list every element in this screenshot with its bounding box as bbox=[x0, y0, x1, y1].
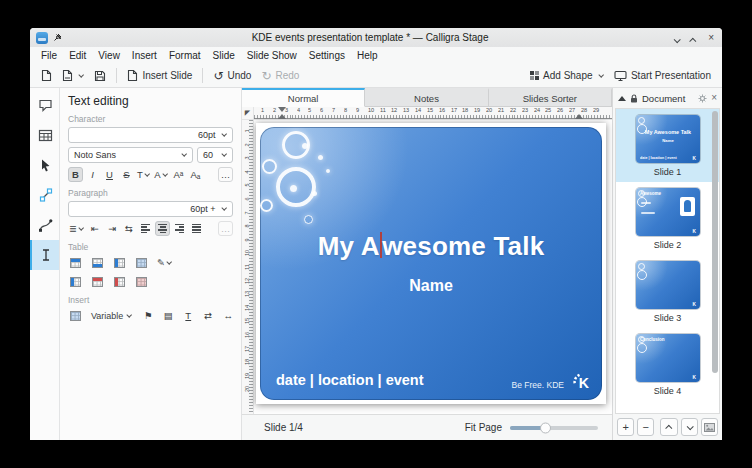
insert-special-character-button[interactable]: ⇄ bbox=[201, 308, 216, 323]
character-more-button[interactable]: … bbox=[218, 167, 233, 182]
menu-slide[interactable]: Slide bbox=[208, 49, 240, 62]
subscript-button[interactable]: Aₐ bbox=[188, 167, 203, 182]
open-dropdown-icon[interactable] bbox=[78, 72, 84, 78]
left-indent-marker[interactable] bbox=[278, 114, 286, 119]
insert-table-button[interactable] bbox=[68, 308, 83, 323]
insert-break-button[interactable]: ↔ bbox=[221, 308, 236, 323]
list-style-button[interactable]: ≣ bbox=[68, 221, 85, 236]
underline-button[interactable]: U bbox=[102, 167, 117, 182]
gear-icon[interactable] bbox=[698, 94, 707, 103]
insert-slide-button[interactable]: Insert Slide bbox=[122, 67, 197, 84]
move-slide-down-button[interactable] bbox=[681, 418, 698, 436]
paragraph-style-combobox[interactable]: 60pt + bbox=[68, 201, 233, 217]
indent-first-line-button[interactable]: ⇆ bbox=[121, 221, 136, 236]
h-ruler-number: 7 bbox=[332, 107, 335, 113]
indent-more-button[interactable]: ⇥ bbox=[104, 221, 119, 236]
move-slide-up-button[interactable] bbox=[660, 418, 677, 436]
slide-editor[interactable]: My Awesome Talk Name date | location | e… bbox=[260, 127, 602, 400]
delete-table-button[interactable] bbox=[134, 274, 149, 289]
pin-icon[interactable] bbox=[53, 33, 62, 42]
slide-subtitle-text[interactable]: Name bbox=[260, 277, 602, 295]
tab-normal[interactable]: Normal bbox=[242, 88, 365, 107]
menu-insert[interactable]: Insert bbox=[127, 49, 162, 62]
new-document-button[interactable] bbox=[36, 67, 57, 84]
menu-file[interactable]: File bbox=[36, 49, 62, 62]
slide-thumbnail-item-2[interactable]: Awesome K Slide 2 bbox=[616, 182, 719, 255]
lock-icon[interactable] bbox=[630, 94, 638, 103]
align-right-button[interactable] bbox=[172, 221, 187, 236]
delete-row-button[interactable] bbox=[90, 274, 105, 289]
merge-cells-button[interactable] bbox=[134, 255, 149, 270]
slide-canvas[interactable]: My Awesome Talk Name date | location | e… bbox=[254, 120, 612, 414]
add-shape-button[interactable]: Add Shape bbox=[525, 68, 609, 83]
right-indent-marker[interactable] bbox=[575, 114, 583, 119]
menu-settings[interactable]: Settings bbox=[304, 49, 350, 62]
tool-text-editing[interactable] bbox=[30, 240, 59, 270]
ruler-corner[interactable]: ◤ bbox=[242, 107, 254, 119]
insert-tab-button[interactable]: T bbox=[181, 308, 196, 323]
bubble-dot bbox=[326, 169, 330, 173]
tool-select[interactable] bbox=[30, 150, 59, 180]
superscript-button[interactable]: Aᵃ bbox=[171, 167, 186, 182]
slide-thumbnail-item-3[interactable]: K Slide 3 bbox=[616, 255, 719, 328]
font-family-combobox[interactable]: Noto Sans bbox=[68, 147, 193, 163]
split-cells-button[interactable] bbox=[68, 274, 83, 289]
minimize-button[interactable] bbox=[674, 29, 679, 47]
zoom-slider[interactable] bbox=[510, 426, 598, 430]
menu-slide-show[interactable]: Slide Show bbox=[242, 49, 302, 62]
insert-row-below-button[interactable] bbox=[90, 255, 105, 270]
character-style-combobox[interactable]: 60pt bbox=[68, 127, 233, 143]
tool-basic-shapes[interactable] bbox=[30, 90, 59, 120]
font-size-combobox[interactable]: 60 bbox=[197, 147, 233, 163]
start-presentation-button[interactable]: Start Presentation bbox=[609, 68, 716, 84]
slide-thumbnail-item-1[interactable]: My Awesome Talk Name date | location | e… bbox=[616, 109, 719, 182]
title-bar[interactable]: KDE events presentation template * — Cal… bbox=[30, 28, 722, 47]
undo-button[interactable]: ↺ Undo bbox=[208, 67, 256, 85]
tool-table[interactable] bbox=[30, 120, 59, 150]
insert-row-above-button[interactable] bbox=[68, 255, 83, 270]
menu-view[interactable]: View bbox=[93, 49, 125, 62]
tool-connector[interactable] bbox=[30, 180, 59, 210]
slide-title-text[interactable]: My Awesome Talk bbox=[260, 231, 602, 262]
insert-column-left-button[interactable] bbox=[112, 255, 127, 270]
insert-variable-button[interactable]: Variable bbox=[88, 308, 136, 323]
collapse-icon[interactable] bbox=[618, 96, 626, 101]
indent-less-button[interactable]: ⇤ bbox=[87, 221, 102, 236]
bubble-decoration bbox=[260, 199, 273, 212]
slide-thumbnail-item-4[interactable]: Conclusion K Slide 4 bbox=[616, 328, 719, 401]
thumbnail-scrollbar[interactable] bbox=[712, 111, 718, 373]
border-pen-button[interactable]: ✎ bbox=[156, 255, 173, 270]
maximize-button[interactable] bbox=[691, 29, 696, 47]
insert-page-break-button[interactable]: ▤ bbox=[161, 308, 176, 323]
tab-slides-sorter[interactable]: Slides Sorter bbox=[489, 88, 612, 107]
open-document-button[interactable] bbox=[57, 67, 89, 84]
menu-help[interactable]: Help bbox=[352, 49, 383, 62]
redo-button[interactable]: ↻ Redo bbox=[256, 67, 304, 85]
tool-path[interactable] bbox=[30, 210, 59, 240]
close-button[interactable]: × bbox=[708, 33, 714, 43]
strikethrough-button[interactable]: S bbox=[119, 167, 134, 182]
h-ruler-number: 12 bbox=[391, 107, 397, 113]
align-justify-button[interactable] bbox=[189, 221, 204, 236]
paragraph-more-button[interactable]: … bbox=[218, 221, 233, 236]
insert-bookmark-button[interactable]: ⚑ bbox=[141, 308, 156, 323]
font-color-button[interactable]: A bbox=[153, 167, 169, 182]
add-slide-button[interactable]: + bbox=[617, 418, 634, 436]
zoom-mode-label[interactable]: Fit Page bbox=[465, 422, 502, 433]
menu-format[interactable]: Format bbox=[164, 49, 206, 62]
delete-slide-button[interactable]: − bbox=[637, 418, 654, 436]
align-left-button[interactable] bbox=[138, 221, 153, 236]
bold-button[interactable]: B bbox=[68, 167, 83, 182]
slide-properties-button[interactable] bbox=[701, 418, 718, 436]
italic-button[interactable]: I bbox=[85, 167, 100, 182]
delete-column-button[interactable] bbox=[112, 274, 127, 289]
panel-close-button[interactable]: × bbox=[711, 93, 717, 103]
zoom-slider-knob[interactable] bbox=[540, 422, 551, 433]
change-case-button[interactable]: T bbox=[136, 167, 151, 182]
align-center-button[interactable] bbox=[155, 221, 170, 236]
h-ruler-number: 3 bbox=[285, 107, 288, 113]
slide-footer-text[interactable]: date | location | event bbox=[276, 372, 424, 388]
save-button[interactable] bbox=[89, 68, 111, 84]
tab-notes[interactable]: Notes bbox=[365, 88, 488, 107]
menu-edit[interactable]: Edit bbox=[64, 49, 91, 62]
